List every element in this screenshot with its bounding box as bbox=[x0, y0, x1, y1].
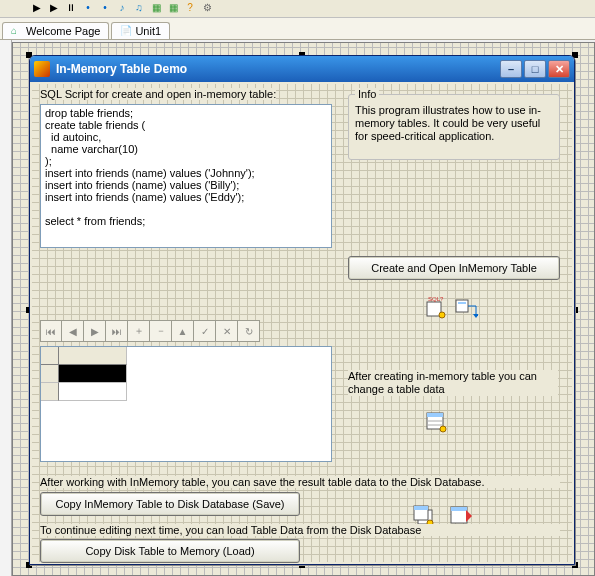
editor-tabs: ⌂ Welcome Page 📄 Unit1 bbox=[0, 18, 595, 40]
nav-insert-button[interactable]: ＋ bbox=[128, 320, 150, 342]
svg-rect-16 bbox=[451, 507, 467, 511]
tab-welcome-page[interactable]: ⌂ Welcome Page bbox=[2, 22, 109, 39]
svg-rect-13 bbox=[414, 506, 428, 510]
db-navigator[interactable]: ⏮ ◀ ▶ ⏭ ＋ － ▲ ✓ ✕ ↻ bbox=[40, 320, 260, 342]
step-over-icon[interactable]: • bbox=[98, 2, 112, 16]
minimize-icon: – bbox=[508, 63, 514, 75]
form-designer-surface[interactable]: In-Memory Table Demo – □ ✕ SQL Script fo… bbox=[12, 42, 595, 576]
db-grid[interactable] bbox=[40, 346, 332, 462]
svg-rect-4 bbox=[458, 302, 466, 304]
maximize-button[interactable]: □ bbox=[524, 60, 546, 78]
grid-row-indicator bbox=[41, 383, 59, 401]
grid-row-selected[interactable] bbox=[41, 365, 331, 383]
svg-rect-7 bbox=[427, 413, 443, 417]
ide-toolbar-fragment: ▶ ▶ ⏸ • • ♪ ♫ ▦ ▦ ? ⚙ bbox=[0, 0, 595, 18]
minimize-button[interactable]: – bbox=[500, 60, 522, 78]
form-titlebar[interactable]: In-Memory Table Demo – □ ✕ bbox=[30, 56, 574, 82]
svg-point-10 bbox=[440, 426, 446, 432]
load-button-label: Copy Disk Table to Memory (Load) bbox=[85, 545, 254, 557]
home-icon: ⌂ bbox=[11, 25, 23, 37]
nav-last-icon: ⏭ bbox=[112, 326, 122, 337]
ruler-left bbox=[0, 40, 12, 576]
nav-edit-icon: ▲ bbox=[178, 326, 188, 337]
create-open-button-label: Create and Open InMemory Table bbox=[371, 262, 537, 274]
form-title: In-Memory Table Demo bbox=[56, 62, 187, 76]
nav-first-button[interactable]: ⏮ bbox=[40, 320, 62, 342]
sqlquery-component-icon[interactable]: SQL? bbox=[424, 296, 448, 320]
after-create-label: After creating in-memory table you can c… bbox=[348, 370, 558, 396]
table-component-icon[interactable] bbox=[424, 410, 448, 434]
nav-delete-button[interactable]: － bbox=[150, 320, 172, 342]
grid-cell[interactable] bbox=[59, 365, 127, 383]
sql-memo-text: drop table friends; create table friends… bbox=[45, 107, 255, 227]
db2-icon[interactable]: ▦ bbox=[166, 2, 180, 16]
datasource-component-icon[interactable] bbox=[454, 296, 478, 320]
designed-form[interactable]: In-Memory Table Demo – □ ✕ SQL Script fo… bbox=[29, 55, 575, 565]
grid-row-indicator bbox=[41, 365, 59, 383]
grid-indicator-header bbox=[41, 347, 59, 365]
maximize-icon: □ bbox=[532, 63, 539, 75]
info-text: This program illustrates how to use in-m… bbox=[349, 95, 559, 147]
nav-delete-icon: － bbox=[156, 324, 166, 338]
note-icon[interactable]: ♪ bbox=[115, 2, 129, 16]
svg-point-2 bbox=[439, 312, 445, 318]
nav-prior-button[interactable]: ◀ bbox=[62, 320, 84, 342]
gear-icon[interactable]: ⚙ bbox=[200, 2, 214, 16]
pause-icon[interactable]: ⏸ bbox=[64, 2, 78, 16]
run-icon[interactable]: ▶ bbox=[30, 2, 44, 16]
form-client-area[interactable]: SQL Script for create and open in-memory… bbox=[32, 84, 572, 562]
save-button-label: Copy InMemory Table to Disk Database (Sa… bbox=[55, 498, 284, 510]
grid-header-row bbox=[41, 347, 331, 365]
nav-insert-icon: ＋ bbox=[134, 324, 144, 338]
nav-next-button[interactable]: ▶ bbox=[84, 320, 106, 342]
close-button[interactable]: ✕ bbox=[548, 60, 570, 78]
nav-refresh-icon: ↻ bbox=[245, 326, 253, 337]
nav-cancel-button[interactable]: ✕ bbox=[216, 320, 238, 342]
load-button[interactable]: Copy Disk Table to Memory (Load) bbox=[40, 539, 300, 563]
nav-edit-button[interactable]: ▲ bbox=[172, 320, 194, 342]
nav-last-button[interactable]: ⏭ bbox=[106, 320, 128, 342]
svg-rect-3 bbox=[456, 300, 468, 312]
run-no-debug-icon[interactable]: ▶ bbox=[47, 2, 61, 16]
create-open-button[interactable]: Create and Open InMemory Table bbox=[348, 256, 560, 280]
tab-label: Welcome Page bbox=[26, 25, 100, 37]
step-icon[interactable]: • bbox=[81, 2, 95, 16]
db-icon[interactable]: ▦ bbox=[149, 2, 163, 16]
help-icon[interactable]: ? bbox=[183, 2, 197, 16]
tab-label: Unit1 bbox=[135, 25, 161, 37]
svg-marker-5 bbox=[473, 314, 478, 318]
grid-column-header[interactable] bbox=[59, 347, 127, 365]
sql-memo[interactable]: drop table friends; create table friends… bbox=[40, 104, 332, 248]
tab-unit1[interactable]: 📄 Unit1 bbox=[111, 22, 170, 39]
svg-text:SQL?: SQL? bbox=[428, 296, 444, 302]
sql-script-label: SQL Script for create and open in-memory… bbox=[40, 88, 276, 100]
document-icon: 📄 bbox=[120, 25, 132, 37]
continue-label: To continue editing next time, you can l… bbox=[40, 524, 560, 536]
grid-cell[interactable] bbox=[59, 383, 127, 401]
grid-row[interactable] bbox=[41, 383, 331, 401]
nav-prior-icon: ◀ bbox=[69, 326, 77, 337]
save-button[interactable]: Copy InMemory Table to Disk Database (Sa… bbox=[40, 492, 300, 516]
nav-first-icon: ⏮ bbox=[46, 326, 56, 337]
info-title: Info bbox=[355, 88, 379, 100]
nav-next-icon: ▶ bbox=[91, 326, 99, 337]
nav-refresh-button[interactable]: ↻ bbox=[238, 320, 260, 342]
note2-icon[interactable]: ♫ bbox=[132, 2, 146, 16]
nav-post-button[interactable]: ✓ bbox=[194, 320, 216, 342]
nav-post-icon: ✓ bbox=[201, 326, 209, 337]
nav-cancel-icon: ✕ bbox=[223, 326, 231, 337]
info-groupbox: Info This program illustrates how to use… bbox=[348, 94, 560, 160]
after-work-label: After working with InMemory table, you c… bbox=[40, 476, 560, 488]
close-icon: ✕ bbox=[555, 63, 564, 76]
svg-marker-17 bbox=[466, 510, 472, 522]
delphi-app-icon bbox=[34, 61, 50, 77]
